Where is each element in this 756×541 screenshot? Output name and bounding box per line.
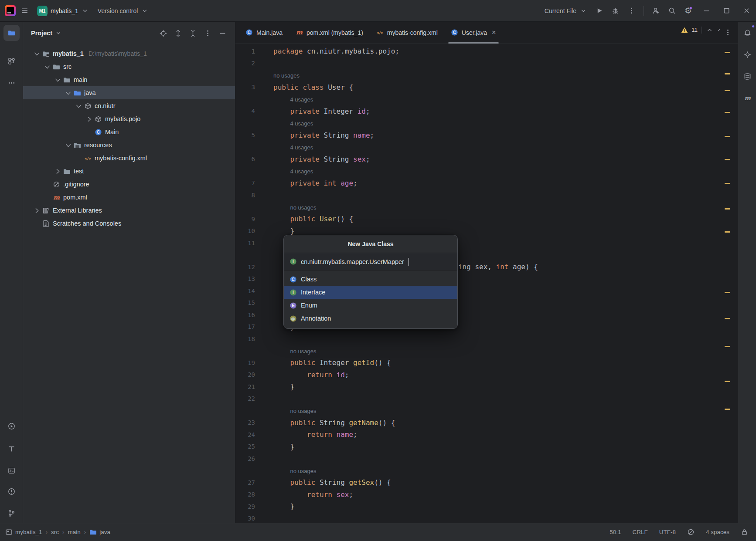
usages-inlay-hint[interactable]: 4 usages: [290, 144, 313, 151]
highlighting-level-widget[interactable]: [687, 528, 695, 536]
project-widget[interactable]: M1 mybatis_1: [33, 3, 93, 19]
tree-item-external-libraries[interactable]: External Libraries: [23, 204, 235, 217]
chevron-expanded-icon[interactable]: [54, 76, 61, 84]
inspection-widget[interactable]: 11: [678, 24, 727, 36]
chevron-down-icon[interactable]: [54, 30, 62, 37]
encoding-widget[interactable]: UTF-8: [659, 529, 676, 535]
activity-bar-project[interactable]: [3, 25, 20, 41]
main-menu-button[interactable]: [17, 4, 32, 17]
caret-position-widget[interactable]: 50:1: [610, 529, 621, 535]
line-number[interactable]: 24: [235, 431, 255, 438]
line-number[interactable]: 14: [235, 287, 255, 294]
line-number[interactable]: 9: [235, 216, 255, 223]
activity-bar-structure[interactable]: [3, 53, 20, 69]
line-number[interactable]: 1: [235, 48, 255, 55]
tree-item-resources[interactable]: resources: [23, 139, 235, 152]
line-number[interactable]: 29: [235, 503, 255, 510]
vcs-widget[interactable]: Version control: [94, 4, 153, 17]
code-line[interactable]: 22: [235, 393, 738, 405]
line-number[interactable]: 26: [235, 455, 255, 462]
line-number[interactable]: 22: [235, 395, 255, 402]
line-number[interactable]: 2: [235, 60, 255, 67]
code-line[interactable]: 2: [235, 57, 738, 70]
breadcrumb-main[interactable]: main: [68, 529, 81, 535]
code-line[interactable]: 6 private String sex;: [235, 153, 738, 166]
line-number[interactable]: 15: [235, 299, 255, 306]
right-bar-notifications[interactable]: [739, 25, 755, 41]
usages-inlay-hint[interactable]: no usages: [290, 348, 317, 355]
inlay-hint-row[interactable]: no usages: [235, 201, 738, 213]
line-number[interactable]: 8: [235, 192, 255, 199]
tree-item-gitignore[interactable]: .gitignore: [23, 178, 235, 191]
run-button[interactable]: [592, 4, 607, 17]
activity-bar-terminal[interactable]: [3, 463, 20, 479]
editor-tab-user-java[interactable]: CUser.java✕: [444, 22, 503, 43]
hide-panel-icon[interactable]: [219, 30, 226, 37]
close-tab-icon[interactable]: ✕: [491, 29, 496, 36]
line-number[interactable]: 5: [235, 132, 255, 139]
activity-bar-services[interactable]: [3, 441, 20, 457]
line-number[interactable]: 6: [235, 156, 255, 162]
minimize-button[interactable]: [697, 0, 716, 21]
activity-bar-version-control[interactable]: [3, 505, 20, 521]
activity-bar-run[interactable]: [3, 418, 20, 434]
tree-item-mybatis-config-xml[interactable]: </>mybatis-config.xml: [23, 152, 235, 165]
line-number[interactable]: 19: [235, 359, 255, 366]
search-everywhere-button[interactable]: [664, 4, 680, 17]
line-number[interactable]: 16: [235, 311, 255, 318]
line-number[interactable]: 13: [235, 275, 255, 282]
usages-inlay-hint[interactable]: 4 usages: [290, 120, 313, 127]
tree-item-mybatis-pojo[interactable]: mybatis.pojo: [23, 112, 235, 125]
breadcrumb-java[interactable]: java: [89, 528, 110, 536]
code-line[interactable]: 3public class User {: [235, 81, 738, 94]
usages-inlay-hint[interactable]: 4 usages: [290, 96, 313, 103]
tree-item-main[interactable]: main: [23, 73, 235, 86]
line-number[interactable]: 20: [235, 371, 255, 378]
close-button[interactable]: [737, 0, 756, 21]
inlay-hint-row[interactable]: no usages: [235, 345, 738, 357]
inlay-hint-row[interactable]: no usages: [235, 465, 738, 477]
project-panel-title[interactable]: Project: [31, 30, 52, 37]
chevron-expanded-icon[interactable]: [64, 141, 72, 149]
usages-inlay-hint[interactable]: no usages: [290, 408, 317, 414]
panel-options-icon[interactable]: [204, 30, 211, 37]
line-number[interactable]: 11: [235, 240, 255, 247]
inlay-hint-row[interactable]: no usages: [235, 69, 738, 81]
usages-inlay-hint[interactable]: no usages: [290, 204, 317, 211]
code-line[interactable]: 25 }: [235, 441, 738, 453]
tree-item-test[interactable]: test: [23, 165, 235, 178]
code-line[interactable]: 7 private int age;: [235, 177, 738, 189]
line-number[interactable]: 18: [235, 335, 255, 342]
expand-all-icon[interactable]: [174, 30, 182, 37]
chevron-collapsed-icon[interactable]: [54, 167, 61, 175]
select-opened-file-icon[interactable]: [160, 30, 167, 37]
activity-bar-more-tool-windows[interactable]: [3, 75, 20, 91]
chevron-expanded-icon[interactable]: [43, 63, 51, 71]
kind-option-enum[interactable]: EEnum: [284, 299, 457, 312]
inlay-hint-row[interactable]: 4 usages: [235, 93, 738, 105]
inlay-hint-row[interactable]: 4 usages: [235, 141, 738, 153]
editor-tab-mybatis-config-xml[interactable]: </>mybatis-config.xml: [370, 22, 444, 43]
run-configuration-selector[interactable]: Current File: [541, 4, 591, 17]
right-bar-maven[interactable]: m: [739, 90, 755, 106]
kind-option-interface[interactable]: IInterface: [284, 286, 457, 299]
chevron-collapsed-icon[interactable]: [85, 115, 93, 123]
kind-option-class[interactable]: CClass: [284, 273, 457, 286]
chevron-collapsed-icon[interactable]: [33, 206, 41, 214]
code-line[interactable]: 8: [235, 189, 738, 201]
code-line[interactable]: 5 private String name;: [235, 129, 738, 142]
line-ending-widget[interactable]: CRLF: [632, 529, 647, 535]
line-number[interactable]: 27: [235, 479, 255, 486]
tree-item-mybatis-1[interactable]: mybatis_1D:\mybatis\mybatis_1: [23, 47, 235, 60]
previous-problem-icon[interactable]: [706, 26, 713, 34]
tree-item-scratches-and-consoles[interactable]: Scratches and Consoles: [23, 217, 235, 230]
code-line[interactable]: 24 return name;: [235, 429, 738, 441]
code-line[interactable]: 29 }: [235, 500, 738, 513]
chevron-expanded-icon[interactable]: [75, 102, 82, 110]
tree-item-pom-xml[interactable]: mpom.xml: [23, 191, 235, 204]
line-number[interactable]: 30: [235, 515, 255, 522]
line-number[interactable]: 21: [235, 383, 255, 390]
editor-tab-main-java[interactable]: CMain.java: [239, 22, 289, 43]
chevron-expanded-icon[interactable]: [33, 50, 41, 57]
inlay-hint-row[interactable]: no usages: [235, 405, 738, 417]
